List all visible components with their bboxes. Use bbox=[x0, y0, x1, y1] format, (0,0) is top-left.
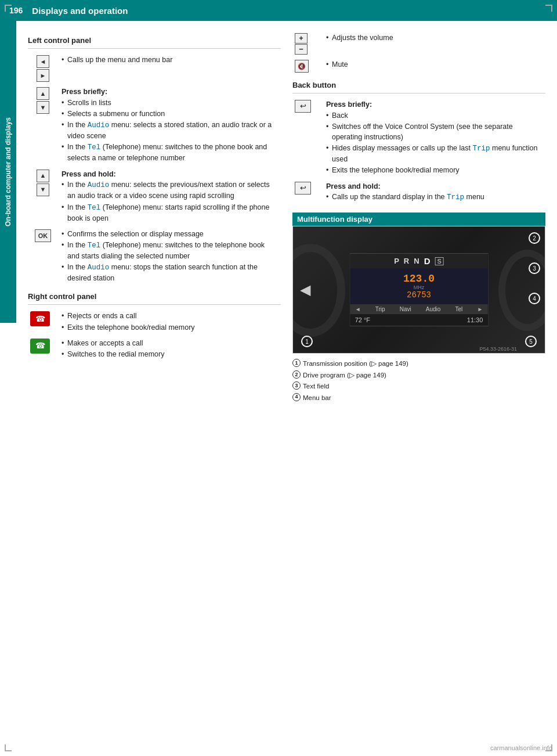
desc-back-briefly: Press briefly: Back Switches off the Voi… bbox=[323, 97, 545, 179]
caption-area: 1 Transmission position (▷ page 149) 2 D… bbox=[292, 358, 545, 403]
icon-cell-back: ↩ bbox=[292, 97, 323, 179]
list-item: Mute bbox=[326, 59, 543, 70]
desc-ok: Confirms the selection or display messag… bbox=[58, 226, 281, 287]
audio-label: Audio bbox=[88, 121, 110, 129]
down-arrow-btn-2: ▼ bbox=[37, 183, 49, 196]
bullet-list-phone-green: Makes or accepts a call Switches to the … bbox=[62, 338, 278, 359]
phone-green-btn: ☎ bbox=[30, 339, 50, 354]
desc-phone-red: Rejects or ends a call Exits the telepho… bbox=[58, 308, 281, 335]
caption-row-4: 4 Menu bar bbox=[292, 393, 545, 403]
caption-circle-1: 1 bbox=[292, 359, 301, 367]
volume-up-btn: + bbox=[295, 33, 308, 44]
table-row: ☎ Rejects or ends a call Exits the telep… bbox=[28, 308, 281, 335]
list-item: In the Audio menu: selects a stored stat… bbox=[62, 120, 278, 141]
corner-decoration-tl bbox=[5, 5, 12, 12]
icon-cell-back-hold: ↩ bbox=[292, 179, 323, 206]
bullet-list-back-briefly: Back Switches off the Voice Control Syst… bbox=[326, 110, 543, 176]
list-item: In the Tel (Telephone) menu: switches to… bbox=[62, 142, 278, 163]
up-arrow-btn: ▲ bbox=[37, 87, 49, 100]
caption-circle-4: 4 bbox=[292, 393, 301, 401]
display-image: ◀ P R N D S 123.0 MHz 26753 bbox=[292, 226, 545, 354]
list-item: Scrolls in lists bbox=[62, 98, 278, 108]
table-row: ↩ Press briefly: Back Switches off the V… bbox=[292, 97, 545, 179]
table-row: ▲ ▼ Press and hold: In the Audio menu: s… bbox=[28, 167, 281, 226]
bullet-list-press-hold: In the Audio menu: selects the previous/… bbox=[62, 179, 278, 224]
bullet-list-volume: Adjusts the volume bbox=[326, 33, 543, 43]
menu-arrow-right: ► bbox=[477, 306, 483, 312]
tel-label-3: Tel bbox=[88, 242, 101, 250]
table-row: ↩ Press and hold: Calls up the standard … bbox=[292, 179, 545, 206]
desc-volume: Adjusts the volume bbox=[323, 30, 545, 57]
list-item: Rejects or ends a call bbox=[62, 311, 278, 321]
table-row: 🔇 Mute bbox=[292, 57, 545, 75]
press-briefly-back-label: Press briefly: bbox=[326, 100, 372, 109]
corner-decoration-tr bbox=[545, 5, 552, 12]
audio-label-2: Audio bbox=[88, 181, 110, 189]
volume-down-btn: − bbox=[295, 44, 308, 55]
ok-btn: OK bbox=[35, 229, 51, 242]
left-display-arrow[interactable]: ◀ bbox=[300, 282, 310, 298]
divider-back bbox=[292, 93, 545, 93]
gear-s: S bbox=[435, 257, 443, 265]
list-item: Switches off the Voice Control System (s… bbox=[326, 121, 543, 142]
callout-3: 3 bbox=[529, 262, 540, 274]
caption-row-2: 2 Drive program (▷ page 149) bbox=[292, 370, 545, 380]
gear-p: P bbox=[394, 257, 399, 265]
desc-calls-up-menu: Calls up the menu and menu bar bbox=[58, 52, 281, 84]
callout-1-area: 1 bbox=[301, 336, 313, 347]
back-btn-icon: ↩ bbox=[295, 100, 311, 113]
center-screen: P R N D S 123.0 MHz 26753 ◄ bbox=[350, 253, 489, 326]
back-button-heading: Back button bbox=[292, 81, 545, 89]
back-button-table: ↩ Press briefly: Back Switches off the V… bbox=[292, 97, 545, 206]
caption-circle-2: 2 bbox=[292, 370, 301, 379]
plus-minus-stack: + − bbox=[295, 33, 320, 55]
menu-trip: Trip bbox=[375, 306, 385, 312]
info-screen: 123.0 MHz 26753 bbox=[350, 268, 488, 304]
volume-table: + − Adjusts the volume 🔇 Mute bbox=[292, 30, 545, 75]
back-btn-hold-icon: ↩ bbox=[295, 182, 311, 195]
list-item: Hides display messages or calls up the l… bbox=[326, 143, 543, 164]
down-arrow-btn: ▼ bbox=[37, 101, 49, 114]
bullet-list-ok: Confirms the selection or display messag… bbox=[62, 229, 278, 284]
gear-r: R bbox=[404, 257, 409, 265]
bullet-list-press-briefly: Scrolls in lists Selects a submenu or fu… bbox=[62, 98, 278, 164]
list-item: Switches to the redial memory bbox=[62, 349, 278, 359]
right-panel-heading: Right control panel bbox=[28, 292, 281, 301]
list-item: Confirms the selection or display messag… bbox=[62, 229, 278, 239]
caption-text-4: Menu bar bbox=[303, 393, 331, 403]
caption-row-1: 1 Transmission position (▷ page 149) bbox=[292, 358, 545, 369]
bullet-list-phone-red: Rejects or ends a call Exits the telepho… bbox=[62, 311, 278, 332]
temp-display: 72 °F bbox=[355, 316, 370, 323]
press-briefly-label: Press briefly: bbox=[62, 88, 107, 96]
caption-row-3: 3 Text field bbox=[292, 381, 545, 391]
desc-press-briefly-ud: Press briefly: Scrolls in lists Selects … bbox=[58, 84, 281, 167]
menu-bar-row: ◄ Trip Navi Audio Tel ► bbox=[350, 304, 488, 314]
table-row: + − Adjusts the volume bbox=[292, 30, 545, 57]
divider-right-panel bbox=[28, 304, 281, 305]
list-item: In the Tel (Telephone) menu: switches to… bbox=[62, 240, 278, 261]
caption-text-3: Text field bbox=[303, 381, 329, 391]
left-panel-heading: Left control panel bbox=[28, 36, 281, 45]
temp-bar: 72 °F 11:30 bbox=[350, 314, 488, 326]
icon-cell-arrows-ud-2: ▲ ▼ bbox=[28, 167, 58, 226]
caption-text-2: Drive program (▷ page 149) bbox=[303, 370, 386, 380]
multifunction-heading: Multifunction display bbox=[292, 213, 545, 226]
callout-right: 2 3 4 bbox=[529, 232, 540, 304]
icon-cell-phone-green: ☎ bbox=[28, 336, 58, 362]
gear-n: N bbox=[414, 257, 419, 265]
list-item: Exits the telephone book/redial memory bbox=[326, 165, 543, 175]
callout-1: 1 bbox=[301, 336, 313, 347]
desc-back-hold: Press and hold: Calls up the standard di… bbox=[323, 179, 545, 206]
control-table-left: ◄ ► Calls up the menu and menu bar ▲ ▼ bbox=[28, 52, 281, 286]
menu-audio: Audio bbox=[426, 306, 441, 312]
press-hold-label: Press and hold: bbox=[62, 170, 116, 178]
right-panel-table: ☎ Rejects or ends a call Exits the telep… bbox=[28, 308, 281, 362]
list-item: Calls up the standard display in the Tri… bbox=[326, 192, 543, 203]
list-item: Exits the telephone book/redial memory bbox=[62, 322, 278, 333]
image-code: P54.33-2616-31 bbox=[479, 346, 517, 352]
list-item: In the Tel (Telephone) menu: starts rapi… bbox=[62, 202, 278, 224]
freq-unit: MHz bbox=[355, 285, 483, 290]
bullet-list-back-hold: Calls up the standard display in the Tri… bbox=[326, 192, 543, 203]
menu-tel: Tel bbox=[455, 306, 463, 312]
arrows-ud-stack-2: ▲ ▼ bbox=[30, 170, 56, 196]
